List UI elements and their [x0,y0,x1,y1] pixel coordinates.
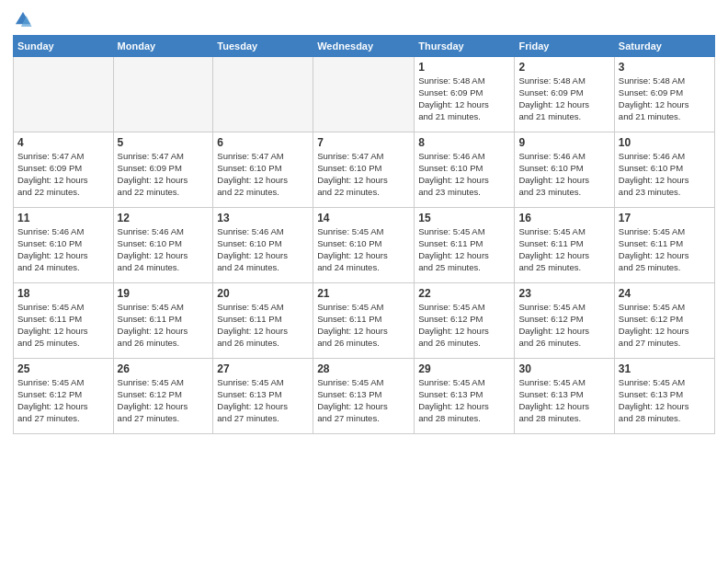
day-info: Sunrise: 5:45 AM Sunset: 6:12 PM Dayligh… [118,377,210,424]
day-info: Sunrise: 5:45 AM Sunset: 6:11 PM Dayligh… [118,302,210,349]
calendar-cell [113,57,213,132]
day-info: Sunrise: 5:48 AM Sunset: 6:09 PM Dayligh… [619,75,711,122]
day-info: Sunrise: 5:45 AM Sunset: 6:13 PM Dayligh… [317,377,410,424]
day-number: 7 [317,135,410,150]
day-number: 12 [118,211,210,225]
calendar-cell: 24Sunrise: 5:45 AM Sunset: 6:12 PM Dayli… [614,283,714,359]
day-number: 17 [619,211,711,225]
day-info: Sunrise: 5:45 AM Sunset: 6:11 PM Dayligh… [418,226,510,273]
calendar-cell: 14Sunrise: 5:45 AM Sunset: 6:10 PM Dayli… [313,208,415,283]
calendar-cell: 7Sunrise: 5:47 AM Sunset: 6:10 PM Daylig… [313,132,415,208]
day-number: 13 [217,211,309,225]
calendar-cell: 17Sunrise: 5:45 AM Sunset: 6:11 PM Dayli… [614,208,714,283]
day-number: 10 [619,135,711,150]
calendar-cell: 12Sunrise: 5:46 AM Sunset: 6:10 PM Dayli… [113,208,213,283]
calendar-cell [14,57,114,132]
day-number: 24 [619,286,711,301]
day-info: Sunrise: 5:45 AM Sunset: 6:11 PM Dayligh… [619,226,711,273]
day-info: Sunrise: 5:45 AM Sunset: 6:11 PM Dayligh… [17,302,109,349]
weekday-header-wednesday: Wednesday [313,36,415,57]
calendar-cell: 10Sunrise: 5:46 AM Sunset: 6:10 PM Dayli… [614,132,714,208]
calendar-cell: 6Sunrise: 5:47 AM Sunset: 6:10 PM Daylig… [213,132,313,208]
calendar-cell: 19Sunrise: 5:45 AM Sunset: 6:11 PM Dayli… [113,283,213,359]
day-number: 29 [418,362,510,376]
day-info: Sunrise: 5:47 AM Sunset: 6:09 PM Dayligh… [17,151,109,198]
day-number: 9 [518,135,609,150]
weekday-header-friday: Friday [515,36,614,57]
calendar-cell: 20Sunrise: 5:45 AM Sunset: 6:11 PM Dayli… [213,283,313,359]
day-info: Sunrise: 5:45 AM Sunset: 6:13 PM Dayligh… [518,377,609,424]
day-number: 16 [518,211,609,225]
week-row-1: 1Sunrise: 5:48 AM Sunset: 6:09 PM Daylig… [14,57,715,132]
calendar-cell: 23Sunrise: 5:45 AM Sunset: 6:12 PM Dayli… [515,283,614,359]
calendar-cell [313,57,415,132]
calendar-cell: 5Sunrise: 5:47 AM Sunset: 6:09 PM Daylig… [113,132,213,208]
calendar-cell: 18Sunrise: 5:45 AM Sunset: 6:11 PM Dayli… [14,283,114,359]
day-info: Sunrise: 5:48 AM Sunset: 6:09 PM Dayligh… [518,75,609,122]
day-number: 26 [118,362,210,376]
day-number: 15 [418,211,510,225]
day-info: Sunrise: 5:45 AM Sunset: 6:11 PM Dayligh… [217,302,309,349]
day-number: 11 [17,211,109,225]
day-number: 27 [217,362,309,376]
calendar-cell: 1Sunrise: 5:48 AM Sunset: 6:09 PM Daylig… [415,57,515,132]
calendar: SundayMondayTuesdayWednesdayThursdayFrid… [13,35,715,434]
day-info: Sunrise: 5:46 AM Sunset: 6:10 PM Dayligh… [217,226,309,273]
week-row-4: 18Sunrise: 5:45 AM Sunset: 6:11 PM Dayli… [14,283,715,359]
calendar-cell: 29Sunrise: 5:45 AM Sunset: 6:13 PM Dayli… [415,359,515,434]
day-number: 6 [217,135,309,150]
day-number: 18 [17,286,109,301]
logo [13,9,37,29]
day-info: Sunrise: 5:47 AM Sunset: 6:10 PM Dayligh… [217,151,309,198]
day-number: 2 [518,60,609,75]
calendar-cell: 31Sunrise: 5:45 AM Sunset: 6:13 PM Dayli… [614,359,714,434]
day-info: Sunrise: 5:46 AM Sunset: 6:10 PM Dayligh… [118,226,210,273]
weekday-header-row: SundayMondayTuesdayWednesdayThursdayFrid… [14,36,715,57]
day-info: Sunrise: 5:48 AM Sunset: 6:09 PM Dayligh… [418,75,510,122]
day-info: Sunrise: 5:46 AM Sunset: 6:10 PM Dayligh… [17,226,109,273]
day-number: 21 [317,286,410,301]
day-info: Sunrise: 5:45 AM Sunset: 6:11 PM Dayligh… [518,226,609,273]
day-number: 1 [418,60,510,75]
calendar-cell [213,57,313,132]
calendar-cell: 9Sunrise: 5:46 AM Sunset: 6:10 PM Daylig… [515,132,614,208]
day-number: 5 [118,135,210,150]
calendar-cell: 16Sunrise: 5:45 AM Sunset: 6:11 PM Dayli… [515,208,614,283]
calendar-cell: 27Sunrise: 5:45 AM Sunset: 6:13 PM Dayli… [213,359,313,434]
day-info: Sunrise: 5:46 AM Sunset: 6:10 PM Dayligh… [418,151,510,198]
day-number: 28 [317,362,410,376]
weekday-header-thursday: Thursday [415,36,515,57]
day-info: Sunrise: 5:46 AM Sunset: 6:10 PM Dayligh… [518,151,609,198]
day-number: 22 [418,286,510,301]
day-number: 31 [619,362,711,376]
day-info: Sunrise: 5:45 AM Sunset: 6:12 PM Dayligh… [518,302,609,349]
day-info: Sunrise: 5:46 AM Sunset: 6:10 PM Dayligh… [619,151,711,198]
calendar-cell: 8Sunrise: 5:46 AM Sunset: 6:10 PM Daylig… [415,132,515,208]
day-number: 20 [217,286,309,301]
day-number: 8 [418,135,510,150]
page: SundayMondayTuesdayWednesdayThursdayFrid… [0,0,728,563]
week-row-2: 4Sunrise: 5:47 AM Sunset: 6:09 PM Daylig… [14,132,715,208]
day-info: Sunrise: 5:45 AM Sunset: 6:13 PM Dayligh… [619,377,711,424]
day-info: Sunrise: 5:45 AM Sunset: 6:12 PM Dayligh… [418,302,510,349]
calendar-cell: 3Sunrise: 5:48 AM Sunset: 6:09 PM Daylig… [614,57,714,132]
calendar-cell: 4Sunrise: 5:47 AM Sunset: 6:09 PM Daylig… [14,132,114,208]
day-number: 19 [118,286,210,301]
weekday-header-monday: Monday [113,36,213,57]
day-info: Sunrise: 5:45 AM Sunset: 6:12 PM Dayligh… [17,377,109,424]
week-row-5: 25Sunrise: 5:45 AM Sunset: 6:12 PM Dayli… [14,359,715,434]
day-number: 23 [518,286,609,301]
calendar-cell: 21Sunrise: 5:45 AM Sunset: 6:11 PM Dayli… [313,283,415,359]
day-number: 25 [17,362,109,376]
weekday-header-tuesday: Tuesday [213,36,313,57]
calendar-cell: 22Sunrise: 5:45 AM Sunset: 6:12 PM Dayli… [415,283,515,359]
calendar-cell: 30Sunrise: 5:45 AM Sunset: 6:13 PM Dayli… [515,359,614,434]
calendar-cell: 25Sunrise: 5:45 AM Sunset: 6:12 PM Dayli… [14,359,114,434]
day-info: Sunrise: 5:45 AM Sunset: 6:10 PM Dayligh… [317,226,410,273]
day-info: Sunrise: 5:45 AM Sunset: 6:12 PM Dayligh… [619,302,711,349]
day-number: 14 [317,211,410,225]
day-info: Sunrise: 5:47 AM Sunset: 6:09 PM Dayligh… [118,151,210,198]
calendar-cell: 15Sunrise: 5:45 AM Sunset: 6:11 PM Dayli… [415,208,515,283]
weekday-header-saturday: Saturday [614,36,714,57]
day-number: 4 [17,135,109,150]
